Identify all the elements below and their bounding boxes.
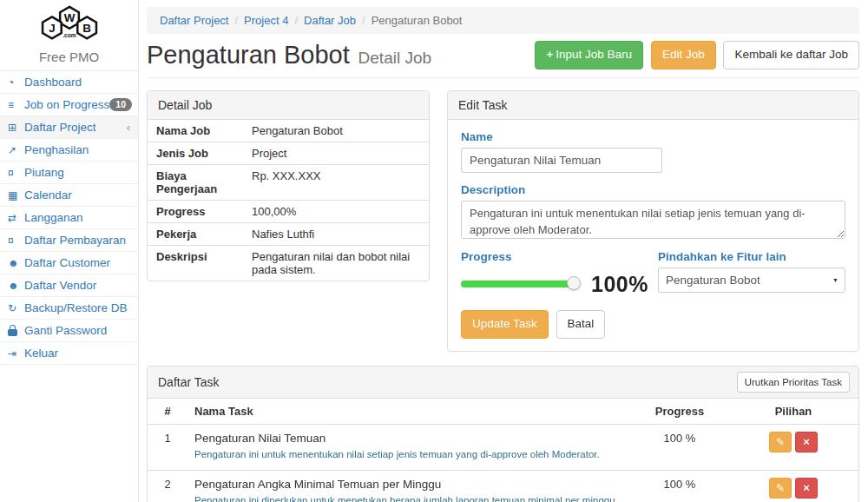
sidebar-item-backup-restore-db[interactable]: ↻Backup/Restore DB	[0, 297, 138, 320]
sidebar-item-job-on-progress[interactable]: ≡Job on Progress10	[0, 94, 138, 116]
pencil-icon: ✎	[776, 436, 785, 448]
task-name-input[interactable]	[461, 148, 662, 173]
cancel-button[interactable]: Batal	[556, 310, 606, 339]
x-icon: ×	[803, 435, 810, 448]
calendar-icon: ▦	[8, 189, 24, 201]
dashboard-icon: ◔	[8, 76, 24, 89]
breadcrumb-link[interactable]: Daftar Project	[160, 14, 228, 27]
breadcrumb-link[interactable]: Daftar Job	[304, 14, 356, 27]
sidebar-item-ganti-password[interactable]: Ganti Password	[0, 320, 138, 342]
page-title-block: Pengaturan Bobot Detail Job	[147, 43, 431, 68]
detail-value: Project	[252, 142, 429, 164]
task-row: 1Pengaturan Nilai TemuanPengaturan ini u…	[148, 424, 858, 470]
progress-slider-handle[interactable]	[567, 276, 581, 290]
sidebar-item-daftar-vendor[interactable]: ☻Daftar Vendor	[0, 274, 138, 297]
detail-row: Progress100,00%	[148, 201, 429, 223]
task-number: 1	[148, 424, 187, 470]
detail-job-panel: Detail Job Nama JobPengaturan BobotJenis…	[147, 90, 430, 281]
task-list-panel-title: Daftar Task	[158, 375, 220, 389]
task-name: Pengaturan Angka Minimal Temuan per Ming…	[194, 478, 624, 491]
move-to-feature-select[interactable]: Pengaturan Bobot	[658, 268, 845, 293]
back-to-job-list-button[interactable]: Kembali ke daftar Job	[723, 41, 859, 69]
toolbar: +Input Job Baru Edit Job Kembali ke daft…	[530, 41, 859, 69]
task-progress: 100 %	[631, 424, 728, 470]
edit-task-panel: Edit Task Name Description Pengaturan in…	[447, 90, 859, 352]
page-header: Pengaturan Bobot Detail Job +Input Job B…	[147, 41, 859, 78]
column-actions: Pilihan	[728, 399, 858, 425]
sidebar-item-calendar[interactable]: ▦Calendar	[0, 184, 138, 207]
input-job-baru-button[interactable]: +Input Job Baru	[535, 41, 643, 69]
pencil-icon: ✎	[776, 482, 785, 494]
progress-value: 100%	[591, 274, 648, 295]
detail-job-table: Nama JobPengaturan BobotJenis JobProject…	[148, 120, 429, 281]
sidebar-item-label: Job on Progress	[24, 98, 109, 111]
update-task-button[interactable]: Update Task	[461, 310, 549, 339]
detail-job-panel-title: Detail Job	[148, 91, 429, 120]
refresh-icon: ↻	[8, 302, 24, 314]
sidebar-item-keluar[interactable]: ⇥Keluar	[0, 342, 138, 365]
task-table: # Nama Task Progress Pilihan 1Pengaturan…	[148, 399, 858, 502]
breadcrumb: Daftar Project/Project 4/Daftar Job/Peng…	[147, 7, 859, 34]
sidebar-item-dashboard[interactable]: ◔Dashboard	[0, 71, 138, 94]
breadcrumb-separator: /	[234, 14, 238, 27]
sidebar-item-label: Penghasilan	[24, 143, 89, 156]
chart-icon: ↗	[8, 144, 24, 156]
sidebar-item-label: Daftar Customer	[24, 256, 110, 269]
breadcrumb-separator: /	[294, 14, 298, 27]
progress-slider-track[interactable]	[461, 281, 574, 287]
breadcrumb-current: Pengaturan Bobot	[372, 14, 463, 27]
delete-task-button[interactable]: ×	[795, 478, 818, 499]
edit-task-button[interactable]: ✎	[769, 432, 792, 452]
sidebar-item-label: Daftar Project	[24, 121, 96, 134]
page-subtitle: Detail Job	[358, 49, 432, 67]
sidebar-item-label: Dashboard	[24, 76, 82, 89]
logo-letter-top: W	[63, 11, 75, 24]
detail-label: Jenis Job	[148, 142, 252, 164]
progress-label: Progress	[461, 250, 658, 263]
move-to-feature-label: Pindahkan ke Fitur lain	[658, 250, 845, 263]
sidebar-item-label: Daftar Pembayaran	[24, 234, 126, 247]
detail-value: Pengaturan nilai dan bobot nilai pada si…	[252, 246, 429, 281]
brand-block: W J B .com Free PMO	[0, 0, 138, 71]
name-label: Name	[461, 130, 845, 143]
edit-job-button[interactable]: Edit Job	[651, 41, 716, 69]
sidebar-item-penghasilan[interactable]: ↗Penghasilan	[0, 139, 138, 162]
repeat-icon: ⇄	[8, 212, 24, 224]
sidebar-item-daftar-project[interactable]: ⊞Daftar Project‹	[0, 116, 138, 139]
column-name: Nama Task	[187, 399, 631, 425]
task-list-panel: Daftar Task Urutkan Prioritas Task # Nam…	[147, 366, 859, 502]
detail-value: Rp. XXX.XXX	[252, 165, 429, 200]
sidebar-item-label: Calendar	[24, 188, 72, 201]
sidebar-item-daftar-customer[interactable]: ☻Daftar Customer	[0, 252, 138, 274]
detail-row: Biaya PengerjaanRp. XXX.XXX	[148, 165, 429, 201]
sidebar-nav: ◔Dashboard≡Job on Progress10⊞Daftar Proj…	[0, 71, 138, 365]
users-icon: ☻	[8, 280, 24, 292]
jwb-logo: W J B .com	[28, 4, 111, 44]
task-description-textarea[interactable]: Pengaturan ini untuk menentukan nilai se…	[461, 201, 845, 239]
sidebar-item-label: Langganan	[24, 211, 83, 224]
task-description: Pengaturan ini untuk menentukan nilai se…	[194, 447, 624, 463]
logo-letter-right: B	[82, 22, 91, 35]
sort-priority-button-top[interactable]: Urutkan Prioritas Task	[737, 372, 850, 393]
detail-label: Deskripsi	[148, 246, 252, 281]
sidebar-item-label: Keluar	[24, 347, 58, 360]
sidebar-item-label: Ganti Password	[24, 324, 107, 337]
detail-row: PekerjaNafies Luthfi	[148, 223, 429, 246]
sidebar-item-piutang[interactable]: ¤Piutang	[0, 162, 138, 184]
logo-domain: .com	[62, 32, 76, 38]
delete-task-button[interactable]: ×	[795, 432, 818, 452]
detail-row: Nama JobPengaturan Bobot	[148, 120, 429, 142]
sidebar-item-daftar-pembayaran[interactable]: ¤Daftar Pembayaran	[0, 229, 138, 252]
lock-icon	[8, 329, 17, 336]
breadcrumb-link[interactable]: Project 4	[244, 14, 288, 27]
edit-task-button[interactable]: ✎	[769, 478, 792, 499]
logo-letter-left: J	[49, 22, 55, 35]
task-name: Pengaturan Nilai Temuan	[194, 432, 624, 445]
detail-label: Progress	[148, 201, 252, 222]
task-number: 2	[148, 470, 187, 502]
sidebar-item-label: Backup/Restore DB	[24, 301, 128, 314]
sidebar-item-langganan[interactable]: ⇄Langganan	[0, 207, 138, 229]
money-icon: ¤	[8, 234, 24, 247]
column-progress: Progress	[631, 399, 728, 425]
detail-label: Pekerja	[148, 223, 252, 245]
